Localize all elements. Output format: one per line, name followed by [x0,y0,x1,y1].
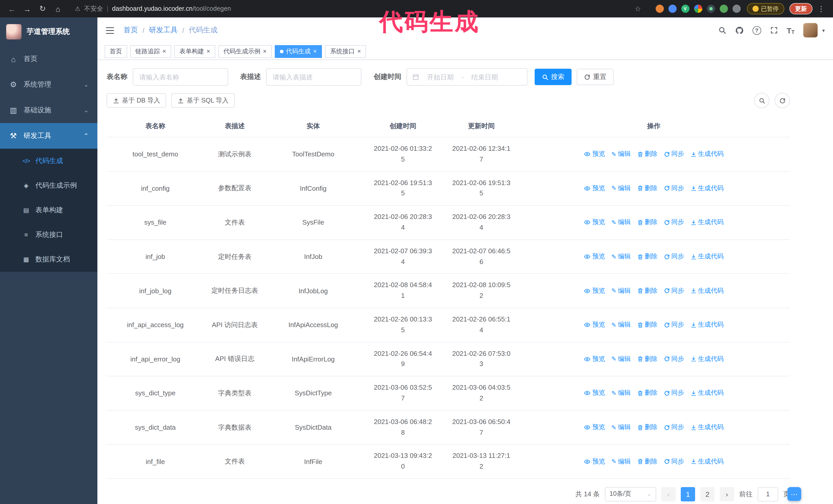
preview-link[interactable]: 预览 [584,184,605,193]
preview-link[interactable]: 预览 [584,286,605,295]
sync-link[interactable]: 同步 [664,321,684,330]
close-icon[interactable]: × [163,48,166,54]
github-icon[interactable] [735,26,743,34]
tab-tracing[interactable]: 链路追踪× [130,45,171,58]
sidebar-item-devtools[interactable]: ⚒ 研发工具 ⌃ [0,123,97,149]
browser-reload-icon[interactable]: ↻ [36,2,49,16]
close-icon[interactable]: × [263,48,266,54]
preview-link[interactable]: 预览 [584,457,605,466]
browser-home-icon[interactable]: ⌂ [51,2,65,16]
generate-code-link[interactable]: 生成代码 [690,286,723,295]
extension-icon[interactable] [668,5,676,13]
generate-code-link[interactable]: 生成代码 [690,252,723,261]
sidebar-item-form-builder[interactable]: ▤ 表单构建 [0,198,97,222]
extension-icon[interactable] [719,5,728,13]
preview-link[interactable]: 预览 [584,389,605,398]
edit-link[interactable]: ✎ 编辑 [611,252,631,261]
delete-link[interactable]: 删除 [637,355,658,363]
start-date-input[interactable] [421,73,459,81]
delete-link[interactable]: 删除 [637,423,658,432]
close-icon[interactable]: × [207,48,210,54]
sync-link[interactable]: 同步 [664,218,684,227]
sync-link[interactable]: 同步 [664,457,684,466]
generate-code-link[interactable]: 生成代码 [690,321,723,330]
help-icon[interactable]: ? [752,26,761,34]
sidebar-item-system-api[interactable]: ≡ 系统接口 [0,222,97,247]
generate-code-link[interactable]: 生成代码 [690,423,723,432]
sidebar-item-codegen[interactable]: </> 代码生成 [0,149,97,173]
delete-link[interactable]: 删除 [637,184,658,193]
edit-link[interactable]: ✎ 编辑 [611,457,631,466]
sidebar-item-db-doc[interactable]: ▦ 数据库文档 [0,247,97,272]
page-button-2[interactable]: 2 [700,487,715,501]
preview-link[interactable]: 预览 [584,423,605,432]
edit-link[interactable]: ✎ 编辑 [611,321,631,330]
preview-link[interactable]: 预览 [584,252,605,261]
edit-link[interactable]: ✎ 编辑 [611,355,631,363]
delete-link[interactable]: 删除 [637,389,658,398]
reset-button[interactable]: 重置 [577,69,614,85]
end-date-input[interactable] [466,73,504,81]
font-size-icon[interactable]: TT [787,26,794,34]
sync-link[interactable]: 同步 [664,389,684,398]
sync-link[interactable]: 同步 [664,423,684,432]
goto-page-input[interactable] [758,487,778,501]
bookmark-star-icon[interactable]: ☆ [635,5,641,13]
generate-code-link[interactable]: 生成代码 [690,457,723,466]
extension-icon[interactable]: V [681,5,689,13]
tab-codegen[interactable]: 代码生成× [275,45,322,58]
preview-link[interactable]: 预览 [584,321,605,330]
user-avatar[interactable] [803,23,818,38]
generate-code-link[interactable]: 生成代码 [690,355,723,363]
browser-menu-kebab-icon[interactable]: ⋮ [814,2,828,16]
prev-page-button[interactable]: ‹ [661,487,675,501]
page-button-1[interactable]: 1 [681,487,695,501]
edit-link[interactable]: ✎ 编辑 [611,389,631,398]
sidebar-item-system[interactable]: ⚙ 系统管理 ⌄ [0,72,97,97]
edit-link[interactable]: ✎ 编辑 [611,286,631,295]
search-icon[interactable] [718,26,726,34]
delete-link[interactable]: 删除 [637,218,658,227]
puzzle-extensions-icon[interactable] [732,5,740,13]
date-range-picker[interactable]: - [406,68,527,86]
sync-link[interactable]: 同步 [664,286,684,295]
import-sql-button[interactable]: 基于 SQL 导入 [171,93,235,108]
edit-link[interactable]: ✎ 编辑 [611,218,631,227]
edit-link[interactable]: ✎ 编辑 [611,423,631,432]
breadcrumb-devtools[interactable]: 研发工具 [149,26,177,35]
preview-link[interactable]: 预览 [584,218,605,227]
edit-link[interactable]: ✎ 编辑 [611,184,631,193]
page-size-select[interactable]: 10条/页 ⌄ [605,487,656,501]
fullscreen-icon[interactable] [770,26,778,34]
sidebar-item-codegen-example[interactable]: ◈ 代码生成示例 [0,173,97,198]
profile-paused-badge[interactable]: 已暂停 [747,3,784,14]
close-icon[interactable]: × [357,48,361,54]
import-db-button[interactable]: 基于 DB 导入 [106,93,166,108]
address-bar[interactable]: ⚠ 不安全 | dashboard.yudao.iocoder.cn/tool/… [70,2,646,16]
breadcrumb-home[interactable]: 首页 [123,26,138,35]
sync-link[interactable]: 同步 [664,150,684,159]
delete-link[interactable]: 删除 [637,321,658,330]
refresh-button[interactable] [775,93,790,108]
tab-form-builder[interactable]: 表单构建× [174,45,215,58]
sync-link[interactable]: 同步 [664,355,684,363]
delete-link[interactable]: 删除 [637,457,658,466]
delete-link[interactable]: 删除 [637,286,658,295]
browser-forward-icon[interactable]: → [21,2,34,16]
browser-update-button[interactable]: 更新 [789,3,812,14]
delete-link[interactable]: 删除 [637,150,658,159]
tab-codegen-example[interactable]: 代码生成示例× [218,45,272,58]
sync-link[interactable]: 同步 [664,184,684,193]
generate-code-link[interactable]: 生成代码 [690,389,723,398]
preview-link[interactable]: 预览 [584,150,605,159]
preview-link[interactable]: 预览 [584,355,605,363]
extension-icon[interactable] [694,5,702,13]
delete-link[interactable]: 删除 [637,252,658,261]
float-widget-button[interactable]: ⋯ [787,487,801,501]
generate-code-link[interactable]: 生成代码 [690,218,723,227]
tab-system-api[interactable]: 系统接口× [325,45,366,58]
generate-code-link[interactable]: 生成代码 [690,150,723,159]
toggle-search-button[interactable] [754,93,769,108]
sidebar-item-home[interactable]: ⌂ 首页 [0,46,97,72]
search-button[interactable]: 搜索 [535,69,572,85]
